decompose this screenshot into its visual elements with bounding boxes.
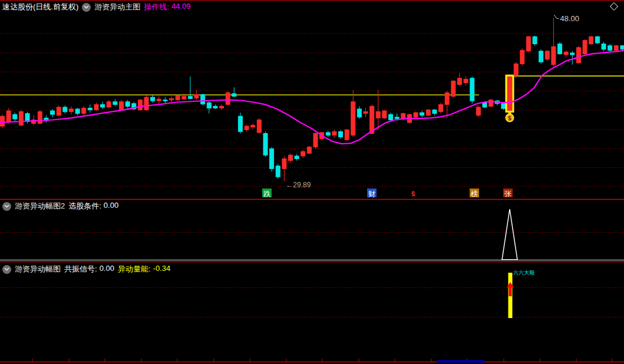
candle xyxy=(163,100,167,101)
candle xyxy=(426,110,430,115)
candle xyxy=(445,92,449,104)
signal-candle xyxy=(506,75,513,111)
resonance-label: 共振信号: xyxy=(64,264,97,274)
candle xyxy=(476,107,480,115)
candle xyxy=(69,109,73,112)
candle xyxy=(620,46,624,49)
chevron-down-icon[interactable] xyxy=(2,202,11,211)
operation-line-value: 44.09 xyxy=(171,2,191,12)
scrollbar-thumb[interactable] xyxy=(437,360,484,363)
marker-badge[interactable]: 财 xyxy=(367,188,377,198)
candle xyxy=(545,51,549,59)
candle xyxy=(57,107,61,115)
candle xyxy=(326,133,330,135)
marker-badge[interactable]: 榜 xyxy=(470,188,479,198)
signal-text-label: 六六大顺 xyxy=(513,270,534,276)
low-annotation: ←29.89 xyxy=(286,181,311,189)
candle xyxy=(458,78,462,85)
marker-badge-text: 榜 xyxy=(470,190,478,198)
up-arrow-icon xyxy=(507,282,514,296)
candle xyxy=(170,98,174,100)
candle xyxy=(63,107,67,112)
candle xyxy=(602,44,606,49)
sub1-indicator-name: 游资异动幅图2 xyxy=(15,201,65,211)
candle xyxy=(276,166,280,177)
candle xyxy=(558,44,562,54)
momentum-value: -0.34 xyxy=(153,264,171,274)
candle xyxy=(1,116,5,126)
candle xyxy=(38,112,42,124)
candle xyxy=(313,134,318,147)
candle xyxy=(595,37,599,43)
candle xyxy=(289,155,293,160)
candle xyxy=(395,117,399,118)
candle xyxy=(220,106,224,108)
candle xyxy=(107,102,111,107)
candle xyxy=(226,92,230,104)
candle xyxy=(126,102,130,107)
marker-badge[interactable]: 跌 xyxy=(262,188,272,198)
candle xyxy=(307,147,311,154)
high-annotation: 48.00 xyxy=(560,14,579,23)
candle xyxy=(570,53,575,55)
candle xyxy=(257,120,261,133)
candle xyxy=(526,37,530,51)
marker-badge-text: 张 xyxy=(504,190,511,198)
candlestick-layer xyxy=(1,18,624,181)
chart-canvas[interactable]: $48.00←29.89跌财ŝ榜张六六大顺 xyxy=(0,0,624,364)
candle xyxy=(345,130,349,140)
candle xyxy=(263,134,268,155)
candle xyxy=(88,108,92,110)
candle xyxy=(295,156,299,159)
candle xyxy=(25,114,29,122)
stock-pick-value: 0.00 xyxy=(104,201,118,211)
candle xyxy=(483,102,487,107)
candle xyxy=(370,106,374,133)
operation-line-label: 操作线: xyxy=(144,2,169,12)
candle xyxy=(389,114,393,120)
marker-badge[interactable]: 张 xyxy=(503,188,513,198)
candle xyxy=(113,102,117,105)
candle xyxy=(245,126,249,130)
candle xyxy=(19,112,23,125)
candle xyxy=(144,97,148,110)
candle xyxy=(332,131,336,135)
candle xyxy=(194,95,199,98)
candle xyxy=(301,151,305,156)
candle xyxy=(238,116,242,131)
candle xyxy=(157,99,161,101)
marker-badge-text: 财 xyxy=(368,190,375,198)
candle xyxy=(188,97,192,99)
candle xyxy=(376,112,380,118)
operation-line-readout: 操作线: 44.09 xyxy=(144,2,190,12)
candle xyxy=(614,46,618,51)
candle xyxy=(182,97,186,100)
stock-pick-readout: 选股条件: 0.00 xyxy=(68,201,118,211)
candle xyxy=(432,110,437,114)
money-bag-icon: $ xyxy=(506,112,514,123)
stock-title: 速达股份(日线.前复权) xyxy=(2,2,78,12)
sub2-pane-header: 游资异动幅图 共振信号: 0.00 异动量能: -0.34 xyxy=(2,264,170,274)
candle xyxy=(564,52,568,55)
momentum-readout: 异动量能: -0.34 xyxy=(118,264,170,274)
trading-app-window: $48.00←29.89跌财ŝ榜张六六大顺 速达股份(日线.前复权) 游资异动主… xyxy=(0,0,624,364)
marker-badge[interactable]: ŝ xyxy=(411,190,415,198)
signal-triangle-icon xyxy=(502,209,517,260)
candle xyxy=(357,109,361,117)
candle xyxy=(351,102,355,135)
resonance-value: 0.00 xyxy=(100,264,114,274)
candle xyxy=(364,112,368,114)
main-indicator-name: 游资异动主图 xyxy=(94,2,140,12)
chevron-down-icon[interactable] xyxy=(2,265,11,274)
candle xyxy=(414,112,418,117)
chevron-down-icon[interactable] xyxy=(82,3,91,12)
money-bag-dollar: $ xyxy=(508,115,512,121)
candle xyxy=(552,47,556,65)
candle xyxy=(439,104,443,111)
stock-pick-label: 选股条件: xyxy=(68,201,101,211)
momentum-label: 异动量能: xyxy=(118,264,151,274)
candle xyxy=(120,102,124,110)
marker-badge-text: ŝ xyxy=(411,190,415,198)
candle xyxy=(464,79,468,82)
candle xyxy=(514,64,518,75)
